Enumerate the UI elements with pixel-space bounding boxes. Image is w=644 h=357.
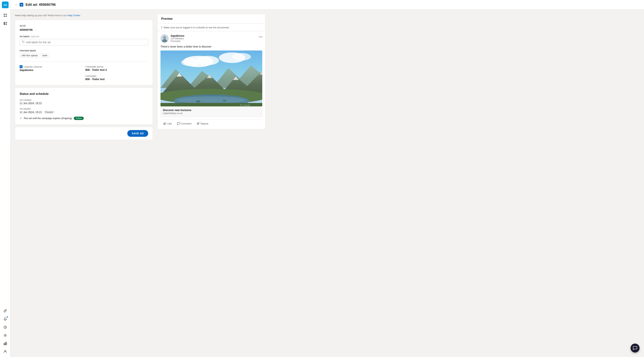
- help-icon[interactable]: [2, 324, 9, 331]
- form-panel: Need help setting up your ad? Read more …: [15, 14, 153, 353]
- svg-point-8: [5, 335, 6, 336]
- ad-labels-input[interactable]: [26, 41, 146, 44]
- app-logo: Ad: [2, 1, 8, 8]
- post-preview: Sapaliones 124 followers Promoted: [158, 31, 265, 129]
- repost-action[interactable]: Repost: [194, 121, 210, 126]
- chat-button[interactable]: [630, 344, 640, 353]
- page-title: Edit ad: 455690796: [26, 3, 56, 7]
- campaign-col-2: Campaign BW - Todor test: [85, 74, 148, 81]
- ad-created-label: Ad created: [20, 99, 148, 101]
- main-content: ‹ in Edit ad: 455690796 Need help settin…: [10, 0, 644, 357]
- sidebar: Ad: [0, 0, 10, 357]
- info-icon: ℹ: [161, 26, 162, 29]
- like-label: Like: [168, 122, 172, 125]
- svg-point-18: [260, 36, 261, 37]
- settings-icon[interactable]: [2, 332, 9, 339]
- bell-icon[interactable]: [2, 315, 9, 323]
- ad-labels-field: Ad labels optional: [20, 35, 148, 45]
- label-tag: 14th Nov upload: [20, 53, 39, 57]
- svg-point-22: [196, 56, 219, 65]
- post-url: virginholidays.co.uk: [163, 112, 260, 115]
- campaign-group-label: Campaign group: [85, 65, 148, 68]
- svg-point-34: [178, 96, 245, 104]
- panel-icon[interactable]: [2, 20, 9, 27]
- back-button[interactable]: ‹: [15, 2, 17, 7]
- status-card: Status and schedule Ad created 11 Jun 20…: [15, 88, 153, 125]
- linkedin-channel-badge: in: [20, 65, 22, 68]
- ad-id-label: Ad ID: [20, 24, 148, 27]
- comment-label: Comment: [181, 122, 192, 125]
- preview-notice: ℹ Make sure you're logged in to LinkedIn…: [158, 24, 265, 31]
- post-image: The Traveler: [160, 50, 262, 106]
- post-image-bottom: Discover new horizons virginholidays.co.…: [160, 106, 262, 117]
- post-author-row: Sapaliones 124 followers Promoted: [160, 34, 184, 42]
- post-followers: 124 followers: [170, 37, 184, 40]
- campaign-value: BW - Todor test: [85, 78, 148, 81]
- post-author-info: Sapaliones 124 followers Promoted: [170, 34, 184, 42]
- post-text: There's never been a better time to disc…: [160, 45, 262, 49]
- post-promoted: Promoted: [170, 40, 184, 42]
- ongoing-row[interactable]: ✓ Run ad until the campaign expires (Ong…: [20, 116, 148, 120]
- post-avatar: [160, 34, 169, 42]
- help-text: Need help setting up your ad? Read more …: [15, 14, 153, 17]
- paused-badge: Paused: [44, 110, 55, 114]
- like-action[interactable]: Like: [161, 121, 174, 126]
- campaign-col: Campaign group BW - Todor test 2: [85, 65, 148, 71]
- svg-point-23: [181, 59, 200, 66]
- ad-id-value: 455690796: [20, 28, 148, 31]
- svg-point-17: [259, 36, 260, 37]
- svg-point-19: [262, 36, 262, 37]
- svg-rect-11: [6, 342, 7, 345]
- linkedin-channel-value: Sapaliones: [20, 68, 82, 71]
- channel-info: in LinkedIn channel Sapaliones Campaign …: [20, 65, 148, 71]
- post-header: Sapaliones 124 followers Promoted: [160, 34, 262, 42]
- chart-icon[interactable]: [2, 340, 9, 347]
- help-center-link[interactable]: Help Center.: [67, 14, 81, 17]
- post-menu-button[interactable]: [259, 34, 262, 38]
- status-section-title: Status and schedule: [20, 92, 148, 96]
- svg-rect-6: [6, 24, 7, 25]
- ongoing-text: Run ad until the campaign expires (Ongoi…: [24, 117, 72, 120]
- svg-rect-5: [6, 22, 7, 23]
- campaign-label: Campaign: [85, 74, 148, 77]
- svg-rect-9: [4, 344, 4, 345]
- linkedin-icon: in: [20, 3, 23, 6]
- preview-panel: Preview ℹ Make sure you're logged in to …: [157, 14, 266, 353]
- ad-started-label: Ad started: [20, 107, 148, 110]
- svg-rect-3: [6, 16, 7, 17]
- save-ad-button[interactable]: SAVE AD: [127, 130, 148, 137]
- ad-created-row: Ad created 11 Jun 2024, 15:21: [20, 99, 148, 105]
- svg-point-13: [22, 41, 23, 41]
- link-icon[interactable]: [2, 307, 9, 315]
- active-badge: Active: [74, 117, 84, 120]
- svg-rect-10: [5, 343, 6, 345]
- ad-created-value: 11 Jun 2024, 15:21: [20, 102, 148, 105]
- ad-started-row: Ad started 11 Jun 2024, 15:21 Paused: [20, 107, 148, 114]
- ad-details-card: Ad ID 455690796 Ad labels optional: [15, 20, 153, 85]
- svg-rect-1: [6, 14, 7, 15]
- svg-rect-0: [4, 14, 5, 15]
- grid-icon[interactable]: [2, 11, 9, 19]
- channel-row: in LinkedIn channel: [20, 65, 82, 68]
- svg-point-36: [223, 100, 226, 101]
- label-input-wrapper[interactable]: [20, 39, 148, 45]
- linkedin-channel-label: LinkedIn channel: [24, 65, 42, 68]
- campaign-group-value: BW - Todor test 2: [85, 68, 148, 71]
- tag-icon: [22, 41, 24, 44]
- ad-labels-label: Ad labels optional: [20, 35, 148, 38]
- svg-rect-4: [4, 22, 5, 25]
- ad-started-value: 11 Jun 2024, 15:21 Paused: [20, 110, 148, 114]
- preview-title: Preview: [161, 17, 172, 20]
- svg-text:The Traveler: The Traveler: [240, 104, 250, 106]
- comment-action[interactable]: Comment: [175, 121, 194, 126]
- ad-id-field: Ad ID 455690796: [20, 24, 148, 31]
- label-tags: 14th Nov upload todor: [20, 53, 148, 57]
- svg-point-12: [5, 350, 6, 352]
- user-icon[interactable]: [2, 348, 9, 355]
- svg-point-25: [232, 53, 251, 60]
- post-discover-title: Discover new horizons: [163, 109, 260, 112]
- preview-card: Preview ℹ Make sure you're logged in to …: [157, 14, 266, 129]
- inherited-labels-section: Inherited labels 14th Nov upload todor: [20, 49, 148, 57]
- linkedin-channel-col: in LinkedIn channel Sapaliones: [20, 65, 82, 71]
- svg-point-15: [163, 36, 166, 39]
